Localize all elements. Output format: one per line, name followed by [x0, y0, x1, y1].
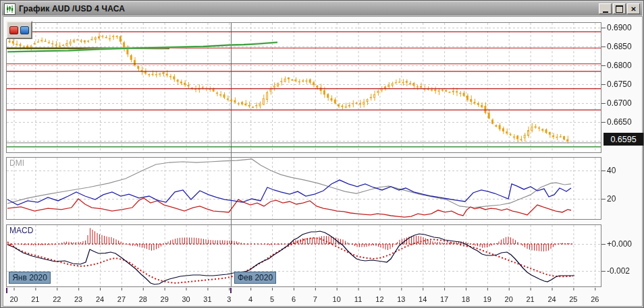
price-tick-label: 0.6750: [607, 80, 632, 89]
dmi-tick-label: 20: [607, 194, 616, 204]
x-axis-label: 13: [397, 295, 405, 303]
x-axis-label: 5: [270, 295, 274, 303]
month-label-jan: Янв 2020: [9, 272, 51, 284]
macd-panel-label: MACD: [9, 226, 33, 235]
x-axis-label: 24: [96, 295, 104, 303]
x-axis-label: 12: [375, 295, 383, 303]
x-axis-label: 22: [53, 295, 61, 303]
x-axis-label: 17: [440, 295, 448, 303]
price-tick-label: 0.6700: [607, 98, 632, 108]
x-axis-label: 20: [9, 295, 18, 303]
chart-canvas[interactable]: [1, 1, 644, 308]
chart-window: График AUD /USD 4 ЧАСА ✕ DMI MACD Янв 20…: [0, 0, 644, 308]
blue-marker-button[interactable]: [20, 26, 29, 34]
x-axis-label: 20: [505, 295, 513, 303]
red-marker-button[interactable]: [9, 26, 18, 34]
x-axis-label: 31: [203, 295, 211, 303]
x-axis-label: 21: [526, 295, 534, 303]
current-price-badge: 0.6595: [603, 133, 643, 146]
x-axis-label: 28: [139, 295, 147, 303]
price-tick-label: 0.6800: [607, 61, 632, 70]
x-axis-label: 30: [182, 295, 190, 303]
x-axis-label: 4: [248, 295, 252, 303]
x-axis-label: 6: [292, 295, 296, 303]
x-axis-label: 10: [333, 295, 341, 303]
x-axis-label: 24: [547, 295, 556, 303]
dmi-panel-label: DMI: [9, 158, 24, 168]
price-tick-label: 0.6650: [607, 117, 632, 127]
x-axis-label: 29: [161, 295, 169, 303]
x-axis-label: 18: [462, 295, 470, 303]
price-tick-label: 0.6850: [607, 42, 632, 51]
x-axis-label: 26: [591, 295, 599, 303]
macd-tick-label: -0.002: [607, 266, 630, 276]
x-axis-label: 25: [569, 295, 577, 303]
price-tick-label: 0.6900: [607, 23, 632, 32]
x-axis-label: 11: [354, 295, 362, 303]
chart-toolbar: [6, 21, 32, 39]
x-axis-label: 3: [227, 295, 231, 303]
x-axis-label: 23: [74, 295, 82, 303]
dmi-tick-label: 40: [607, 166, 616, 175]
x-axis-label: 19: [483, 295, 491, 303]
x-axis-label: 27: [117, 295, 126, 303]
x-axis-label: 7: [313, 295, 317, 303]
x-axis-label: 21: [31, 295, 39, 303]
month-label-feb: Фев 2020: [234, 272, 276, 284]
macd-tick-label: +0.000: [607, 239, 632, 249]
x-axis-label: 14: [419, 295, 427, 303]
